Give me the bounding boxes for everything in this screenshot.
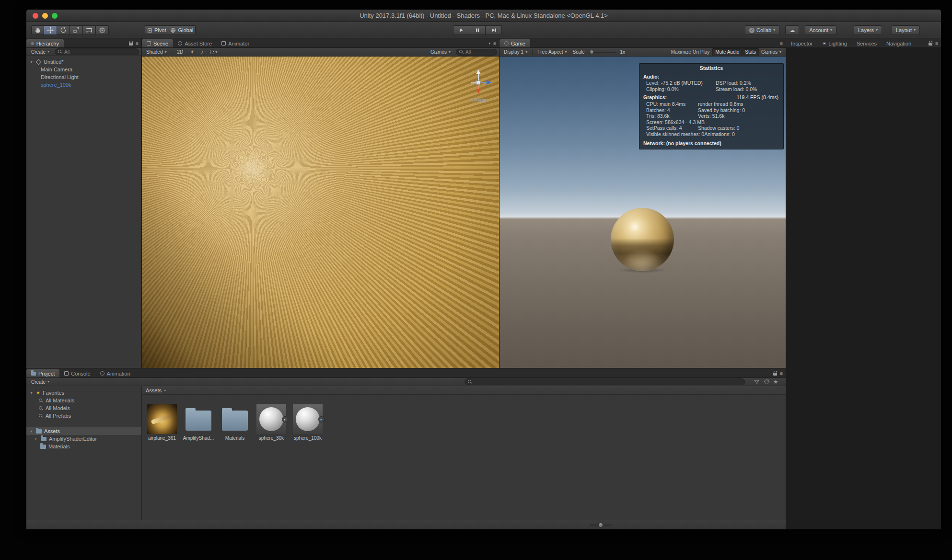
search-by-label-icon[interactable] (764, 379, 769, 385)
audio-toggle[interactable]: ♪ (198, 48, 206, 56)
scene-viewport[interactable]: < Persp (142, 57, 499, 368)
scene-orientation-gizmo[interactable] (464, 69, 492, 97)
assets-root-row[interactable]: ▼ Assets (26, 427, 141, 435)
disclosure-triangle-icon[interactable]: ▼ (29, 391, 34, 395)
project-create-dropdown[interactable]: Create ▾ (29, 378, 52, 386)
titlebar[interactable]: Unity 2017.3.1f1 (64bit) - Untitled - Sh… (26, 10, 941, 22)
tab-inspector[interactable]: Inspector (786, 39, 817, 47)
breadcrumb[interactable]: Assets ▸ (142, 386, 786, 395)
thumbnail-zoom-slider[interactable] (590, 525, 612, 526)
gizmo-cone-down-icon[interactable] (476, 89, 481, 94)
disclosure-triangle-icon[interactable]: ▼ (29, 60, 34, 64)
zoom-slider-knob[interactable] (598, 523, 603, 527)
folder-row[interactable]: Materials (26, 443, 141, 450)
stats-toggle[interactable]: Stats (742, 48, 759, 56)
gizmo-cone-up-icon[interactable] (476, 69, 481, 74)
expand-badge-icon[interactable]: ▸ (282, 416, 288, 423)
tab-game[interactable]: Game (499, 39, 530, 47)
close-button[interactable] (33, 13, 38, 19)
account-dropdown[interactable]: Account ▾ (805, 25, 836, 35)
lock-icon[interactable] (129, 43, 133, 46)
disclosure-triangle-icon[interactable]: ▼ (29, 430, 34, 433)
favorite-item[interactable]: All Prefabs (26, 412, 141, 420)
panel-menu-icon[interactable]: ≡ (780, 41, 783, 46)
favorite-star-icon[interactable]: ★ (773, 379, 778, 385)
rotate-tool-button[interactable] (57, 25, 70, 35)
scene-search-input[interactable]: All (456, 49, 497, 56)
maximize-on-play-toggle[interactable]: Maximize On Play (668, 48, 713, 56)
asset-thumbnail-sphere: ▸ (293, 404, 323, 434)
search-by-type-icon[interactable] (754, 379, 759, 385)
scale-tool-button[interactable] (70, 25, 83, 35)
expand-badge-icon[interactable]: ▸ (318, 416, 325, 423)
panel-menu-icon[interactable]: ≡ (493, 41, 496, 46)
asset-item[interactable]: AmplifyShad... (181, 404, 216, 441)
panel-menu-icon[interactable]: ≡ (780, 371, 783, 376)
effects-dropdown[interactable]: ▾ (207, 48, 220, 56)
hierarchy-item[interactable]: Directional Light (26, 73, 141, 81)
display-dropdown[interactable]: Display 1 ▾ (501, 48, 530, 56)
rect-tool-button[interactable] (83, 25, 96, 35)
favorite-item[interactable]: All Materials (26, 397, 141, 404)
cloud-button[interactable]: ☁ (785, 25, 799, 35)
lock-icon[interactable] (773, 373, 777, 376)
global-button[interactable]: Global (168, 25, 196, 35)
scene-gizmos-dropdown[interactable]: Gizmos ▾ (428, 48, 453, 56)
asset-item[interactable]: ▸ sphere_30k (254, 404, 289, 441)
asset-item[interactable]: airplane_361 (145, 404, 179, 441)
step-button[interactable] (486, 25, 502, 35)
maximize-button[interactable] (52, 13, 58, 19)
project-search-input[interactable] (464, 378, 745, 385)
favorite-item-label: All Prefabs (46, 413, 71, 419)
mute-audio-toggle[interactable]: Mute Audio (712, 48, 742, 56)
collab-button[interactable]: ✓ Collab ▾ (745, 25, 779, 35)
move-tool-button[interactable] (44, 25, 57, 35)
tab-animation[interactable]: Animation (95, 369, 135, 377)
asset-item[interactable]: ▸ sphere_100k (290, 404, 325, 441)
favorites-row[interactable]: ▼ ★ Favorites (26, 389, 141, 397)
tab-hierarchy[interactable]: ≡ Hierarchy (26, 39, 64, 47)
pivot-button[interactable]: Pivot (145, 25, 168, 35)
chevron-down-icon[interactable]: ▾ (488, 42, 490, 46)
folder-row[interactable]: ▸ AmplifyShaderEditor (26, 435, 141, 443)
aspect-dropdown[interactable]: Free Aspect ▾ (535, 48, 569, 56)
tab-asset-store[interactable]: Asset Store (173, 39, 217, 47)
hierarchy-item[interactable]: Main Camera (26, 66, 141, 73)
panel-menu-icon[interactable]: ≡ (136, 41, 139, 46)
tab-console[interactable]: Console (59, 369, 95, 377)
asset-grid[interactable]: airplane_361 AmplifyShad... Materials (142, 395, 786, 520)
lighting-toggle[interactable]: ☀ (187, 48, 197, 56)
gizmo-cone-right-icon[interactable] (487, 80, 491, 85)
scene-row[interactable]: ▼ Untitled* (26, 58, 141, 66)
hierarchy-search-input[interactable]: All (55, 48, 139, 55)
tab-navigation[interactable]: Navigation (882, 39, 916, 47)
scale-slider-knob[interactable] (590, 50, 594, 54)
lock-icon[interactable] (929, 43, 932, 46)
tab-services[interactable]: Services (852, 39, 882, 47)
toggle-2d-label: 2D (177, 49, 184, 55)
disclosure-triangle-icon[interactable]: ▸ (34, 437, 38, 441)
tab-project[interactable]: Project (26, 369, 59, 377)
tab-lighting[interactable]: ☀ Lighting (817, 39, 852, 47)
pause-button[interactable] (469, 25, 486, 35)
layout-dropdown[interactable]: Layout ▾ (892, 25, 920, 35)
perspective-label[interactable]: < Persp (464, 98, 492, 103)
toggle-2d[interactable]: 2D (174, 48, 186, 56)
scale-slider[interactable] (589, 52, 616, 53)
hand-tool-button[interactable] (31, 25, 44, 35)
tab-animator[interactable]: Animator (217, 39, 254, 47)
rect-move-tool-button[interactable] (96, 25, 109, 35)
tab-scene[interactable]: Scene (142, 39, 173, 47)
hierarchy-create-dropdown[interactable]: Create ▾ (29, 48, 52, 56)
asset-item[interactable]: Materials (218, 404, 252, 441)
panel-menu-icon[interactable]: ≡ (935, 41, 938, 46)
gizmo-center-cube[interactable] (476, 80, 480, 85)
game-gizmos-dropdown[interactable]: Gizmos ▾ (759, 48, 784, 56)
hierarchy-item-selected[interactable]: sphere_100k (26, 81, 141, 89)
shading-mode-dropdown[interactable]: Shaded ▾ (144, 48, 169, 56)
game-viewport[interactable]: Statistics Audio: Level: -75.2 dB (MUTED… (499, 57, 786, 368)
play-button[interactable] (453, 25, 469, 35)
layers-dropdown[interactable]: Layers ▾ (854, 25, 882, 35)
favorite-item[interactable]: All Models (26, 404, 141, 412)
minimize-button[interactable] (42, 13, 48, 19)
